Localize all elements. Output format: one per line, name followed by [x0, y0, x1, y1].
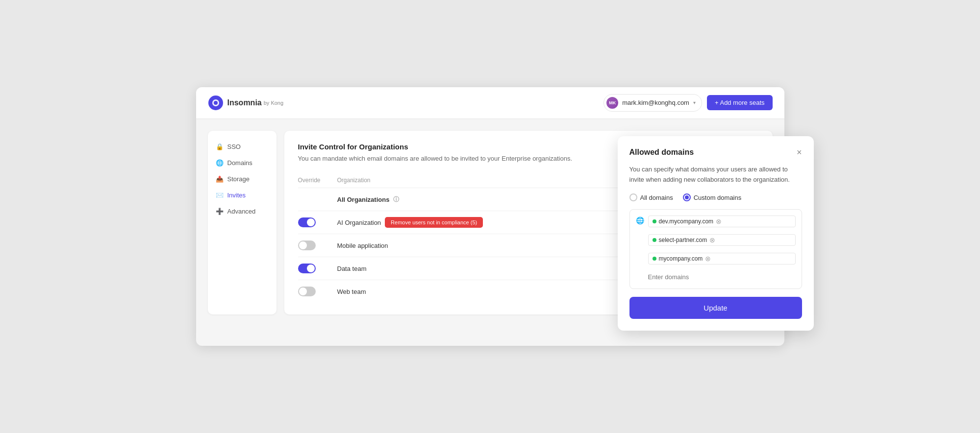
domain-value-mycompany: mycompany.com — [659, 255, 703, 262]
user-avatar: MK — [606, 97, 618, 109]
logo-text: Insomnia by Kong — [227, 98, 284, 107]
sidebar: 🔒 SSO 🌐 Domains 📤 Storage ✉️ Invites ➕ — [208, 131, 276, 315]
app-header: Insomnia by Kong MK mark.kim@konghq.com … — [196, 87, 784, 119]
domain-remove-partner[interactable]: ⊗ — [709, 237, 715, 243]
app-name: Insomnia — [227, 98, 262, 107]
allowed-domains-title: Allowed domains — [629, 148, 694, 157]
header-right: MK mark.kim@konghq.com ▾ + Add more seat… — [603, 94, 772, 112]
toggle-off-web[interactable] — [298, 287, 316, 296]
user-menu[interactable]: MK mark.kim@konghq.com ▾ — [603, 94, 702, 112]
sidebar-label-sso: SSO — [227, 143, 241, 150]
toggle-off-mobile[interactable] — [298, 241, 316, 250]
plus-icon: ➕ — [216, 208, 224, 215]
radio-label-custom: Custom domains — [694, 194, 742, 201]
domain-status-dot-partner — [653, 238, 656, 242]
chevron-down-icon: ▾ — [693, 100, 696, 105]
close-button[interactable]: × — [797, 148, 802, 157]
insomnia-logo-icon — [208, 95, 224, 111]
org-label-mobile: Mobile application — [337, 242, 388, 249]
org-label-data: Data team — [337, 265, 367, 272]
radio-custom-domains[interactable]: Custom domains — [683, 193, 742, 201]
domains-input-area: 🌐 dev.mycompany.com ⊗ select-partner.com… — [629, 209, 802, 289]
col-header-override: Override — [298, 177, 337, 184]
update-button[interactable]: Update — [629, 297, 802, 319]
info-icon-all[interactable]: ⓘ — [393, 195, 399, 204]
add-seats-button[interactable]: + Add more seats — [707, 95, 773, 110]
domain-tags-column: dev.mycompany.com ⊗ select-partner.com ⊗… — [648, 216, 796, 283]
sidebar-item-storage[interactable]: 📤 Storage — [208, 171, 276, 187]
radio-circle-custom — [683, 193, 691, 201]
sidebar-item-invites[interactable]: ✉️ Invites — [208, 187, 276, 203]
storage-icon: 📤 — [216, 175, 224, 183]
domain-status-dot-mycompany — [653, 257, 656, 261]
globe-icon: 🌐 — [216, 159, 224, 167]
toggle-data-team[interactable] — [298, 264, 337, 273]
allowed-domains-header: Allowed domains × — [629, 148, 802, 157]
compliance-button-ai[interactable]: Remove users not in compliance (5) — [385, 217, 483, 228]
globe-small-icon: 🌐 — [636, 216, 644, 224]
toggle-web-team[interactable] — [298, 287, 337, 296]
app-brand: by Kong — [264, 100, 283, 106]
domain-tag-partner: select-partner.com ⊗ — [648, 234, 796, 246]
radio-circle-all — [629, 193, 637, 201]
org-label-all: All Organizations — [337, 196, 390, 203]
sidebar-label-domains: Domains — [227, 159, 252, 167]
allowed-domains-panel: Allowed domains × You can specify what d… — [618, 136, 814, 331]
domain-value-partner: select-partner.com — [659, 237, 707, 243]
domain-remove-dev[interactable]: ⊗ — [716, 218, 722, 225]
user-email: mark.kim@konghq.com — [622, 99, 689, 106]
sidebar-item-sso[interactable]: 🔒 SSO — [208, 139, 276, 155]
logo-area: Insomnia by Kong — [208, 95, 284, 111]
domain-value-dev: dev.mycompany.com — [659, 218, 714, 225]
toggle-mobile-app[interactable] — [298, 241, 337, 250]
toggle-on-data[interactable] — [298, 264, 316, 273]
toggle-on-ai[interactable] — [298, 217, 316, 227]
org-label-web: Web team — [337, 288, 366, 295]
sidebar-label-storage: Storage — [227, 175, 250, 183]
domain-tag-mycompany: mycompany.com ⊗ — [648, 253, 796, 265]
svg-point-2 — [214, 101, 218, 105]
radio-all-domains[interactable]: All domains — [629, 193, 673, 201]
sidebar-item-domains[interactable]: 🌐 Domains — [208, 155, 276, 171]
sidebar-label-invites: Invites — [227, 192, 246, 199]
domain-remove-mycompany[interactable]: ⊗ — [705, 255, 711, 262]
lock-icon: 🔒 — [216, 143, 224, 150]
enter-domains-input[interactable] — [648, 271, 796, 283]
domain-tag-dev: dev.mycompany.com ⊗ — [648, 216, 796, 227]
domain-options: All domains Custom domains — [629, 193, 802, 201]
org-label-ai: AI Organization — [337, 219, 381, 226]
toggle-ai-org[interactable] — [298, 217, 337, 227]
radio-label-all: All domains — [640, 194, 673, 201]
user-initials: MK — [609, 100, 616, 105]
domain-status-dot-dev — [653, 219, 656, 223]
sidebar-label-advanced: Advanced — [227, 208, 256, 215]
allowed-domains-description: You can specify what domains your users … — [629, 165, 802, 185]
sidebar-item-advanced[interactable]: ➕ Advanced — [208, 203, 276, 219]
domain-tags-row: 🌐 dev.mycompany.com ⊗ select-partner.com… — [636, 216, 796, 283]
mail-icon: ✉️ — [216, 192, 224, 199]
